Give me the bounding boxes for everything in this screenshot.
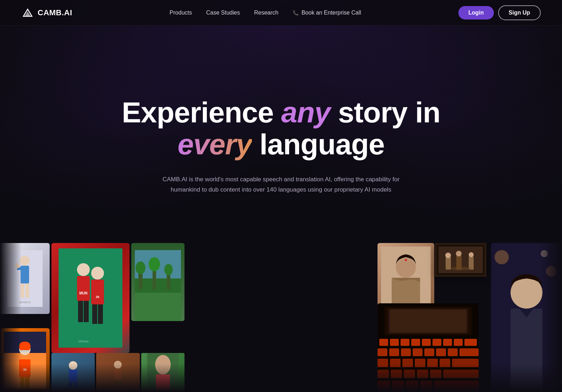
logo-text: CAMB.AI: [38, 8, 72, 17]
nav-enterprise-call[interactable]: 📞 Book an Enterprise Call: [293, 10, 361, 16]
nav-links: Products Case Studies Research 📞 Book an…: [170, 10, 361, 16]
nav-research[interactable]: Research: [254, 10, 278, 16]
hero-title-story: story in: [330, 96, 440, 128]
hero-content: Experience any story in every language C…: [122, 26, 440, 245]
hero-title: Experience any story in every language: [122, 96, 440, 160]
nav-case-studies[interactable]: Case Studies: [206, 10, 240, 16]
navbar-actions: Login Sign Up: [458, 5, 541, 20]
logo-link[interactable]: CAMB.AI: [21, 6, 72, 19]
hero-subtitle: CAMB.AI is the world's most capable spee…: [160, 175, 402, 195]
nav-products[interactable]: Products: [170, 10, 192, 16]
hero-title-experience: Experience: [122, 96, 281, 128]
logo-icon: [21, 6, 34, 19]
hero-section: Experience any story in every language C…: [0, 0, 562, 392]
navbar: CAMB.AI Products Case Studies Research 📞…: [0, 0, 562, 26]
hero-title-language: language: [252, 128, 385, 160]
signup-button[interactable]: Sign Up: [498, 5, 541, 20]
hero-title-every: every: [177, 128, 252, 160]
hero-title-any: any: [281, 96, 330, 128]
phone-icon: 📞: [293, 10, 299, 16]
login-button[interactable]: Login: [458, 6, 494, 20]
